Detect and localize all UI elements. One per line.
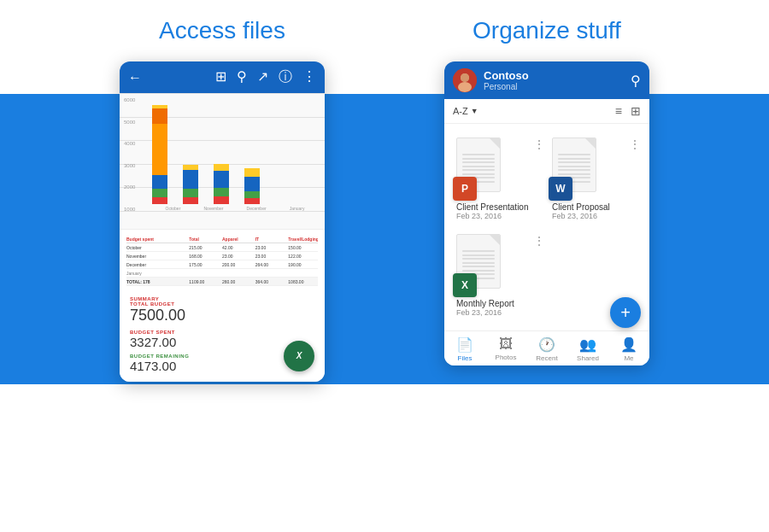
total-budget-amount: 7500.00 [130,307,314,325]
file-name: Client Presentation [456,202,529,212]
recent-nav-icon: 🕐 [538,336,555,353]
powerpoint-icon: P [453,177,477,201]
word-icon: W [549,177,572,201]
share-icon[interactable]: ↗ [257,68,268,86]
file-more-button[interactable]: ⋮ [533,137,545,151]
file-icon-container: X [456,234,508,294]
more-icon[interactable]: ⋮ [302,68,316,86]
svg-point-3 [461,73,469,82]
fab-excel-button[interactable]: X [284,341,314,371]
right-phone: Contoso Personal ⚲ A-Z ▼ ≡ ⊞ [444,61,649,365]
nav-item-recent[interactable]: 🕐 Recent [526,336,567,362]
chevron-down-icon: ▼ [471,107,478,115]
photos-nav-icon: 🖼 [499,336,513,352]
file-more-button[interactable]: ⋮ [629,137,641,151]
file-date: Feb 23, 2016 [456,308,502,317]
user-avatar [453,68,477,92]
shared-nav-label: Shared [577,354,599,362]
nav-item-files[interactable]: 📄 Files [444,336,485,362]
left-phone: ← ⊞ ⚲ ↗ ⓘ ⋮ [120,61,325,382]
grid-view-icon[interactable]: ⊞ [631,104,641,118]
search-icon[interactable]: ⚲ [237,68,247,86]
file-date: Feb 23, 2016 [456,212,502,220]
chart-area: 6000 5000 4000 3000 2000 1000 [120,93,325,230]
me-nav-label: Me [624,354,633,362]
recent-nav-label: Recent [536,354,557,362]
files-nav-label: Files [458,354,473,362]
file-name: Client Proposal [552,202,610,212]
file-icon-container: W [552,137,603,197]
list-view-icon[interactable]: ≡ [615,104,622,118]
sort-bar: A-Z ▼ ≡ ⊞ [444,99,649,124]
right-title: Organize stuff [473,17,621,44]
org-name: Contoso [484,69,631,82]
left-title: Access files [159,17,285,44]
files-nav-icon: 📄 [456,336,473,353]
header-icons-right: ⊞ ⚲ ↗ ⓘ ⋮ [215,68,316,86]
right-section: Organize stuff Contoso Personal [410,17,684,365]
nav-item-photos[interactable]: 🖼 Photos [485,336,526,362]
nav-item-me[interactable]: 👤 Me [608,336,649,362]
sort-label[interactable]: A-Z ▼ [453,106,478,116]
left-section: Access files ← ⊞ ⚲ ↗ ⓘ ⋮ [85,17,359,382]
list-item[interactable]: X Monthly Report Feb 23, 2016 ⋮ [451,227,547,324]
info-icon[interactable]: ⓘ [279,68,292,86]
file-more-button[interactable]: ⋮ [533,234,545,248]
me-nav-icon: 👤 [620,336,637,353]
excel-icon: X [453,273,477,297]
file-date: Feb 23, 2016 [552,212,597,220]
left-phone-header: ← ⊞ ⚲ ↗ ⓘ ⋮ [120,61,325,93]
file-name: Monthly Report [456,299,514,308]
shared-nav-icon: 👥 [579,336,596,353]
list-item[interactable]: P Client Presentation Feb 23, 2016 ⋮ [451,131,547,227]
excel-fab-label: X [296,351,302,360]
grid-icon[interactable]: ⊞ [215,68,226,86]
back-icon[interactable]: ← [128,70,142,85]
list-item[interactable]: W Client Proposal Feb 23, 2016 ⋮ [547,131,643,227]
bottom-nav: 📄 Files 🖼 Photos 🕐 Recent 👥 Shared 👤 [444,330,649,365]
spreadsheet-area: Budget spent Total Apparel IT Travel/Lod… [120,230,325,291]
file-icon-container: P [456,137,508,197]
fab-add-button[interactable]: + [610,297,641,328]
right-phone-header: Contoso Personal ⚲ [444,61,649,99]
search-icon[interactable]: ⚲ [631,73,641,89]
svg-point-2 [458,82,472,92]
nav-item-shared[interactable]: 👥 Shared [567,336,608,362]
photos-nav-label: Photos [496,354,517,361]
org-sub: Personal [484,82,631,91]
